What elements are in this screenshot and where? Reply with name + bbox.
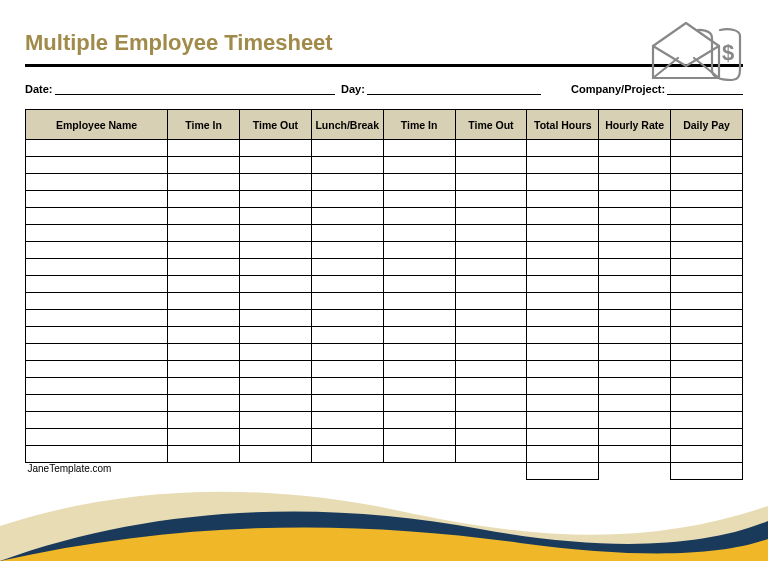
cell[interactable]	[455, 412, 527, 429]
cell[interactable]	[671, 327, 743, 344]
cell[interactable]	[383, 259, 455, 276]
cell[interactable]	[383, 344, 455, 361]
cell[interactable]	[26, 174, 168, 191]
cell[interactable]	[527, 429, 599, 446]
cell[interactable]	[26, 378, 168, 395]
cell[interactable]	[527, 361, 599, 378]
cell[interactable]	[239, 344, 311, 361]
cell[interactable]	[26, 446, 168, 463]
cell[interactable]	[455, 446, 527, 463]
cell[interactable]	[239, 446, 311, 463]
cell[interactable]	[311, 259, 383, 276]
cell[interactable]	[168, 140, 240, 157]
cell[interactable]	[599, 191, 671, 208]
cell[interactable]	[671, 395, 743, 412]
cell[interactable]	[239, 293, 311, 310]
cell[interactable]	[239, 395, 311, 412]
cell[interactable]	[168, 259, 240, 276]
cell[interactable]	[311, 276, 383, 293]
cell[interactable]	[455, 361, 527, 378]
cell[interactable]	[671, 293, 743, 310]
cell[interactable]	[527, 327, 599, 344]
cell[interactable]	[527, 157, 599, 174]
cell[interactable]	[168, 429, 240, 446]
cell[interactable]	[168, 310, 240, 327]
cell[interactable]	[599, 395, 671, 412]
cell[interactable]	[383, 293, 455, 310]
cell[interactable]	[671, 140, 743, 157]
cell[interactable]	[383, 225, 455, 242]
cell[interactable]	[168, 293, 240, 310]
cell[interactable]	[527, 310, 599, 327]
cell[interactable]	[168, 378, 240, 395]
cell[interactable]	[26, 157, 168, 174]
cell[interactable]	[527, 208, 599, 225]
cell[interactable]	[599, 293, 671, 310]
cell[interactable]	[527, 344, 599, 361]
cell[interactable]	[239, 140, 311, 157]
cell[interactable]	[671, 412, 743, 429]
cell[interactable]	[599, 378, 671, 395]
cell[interactable]	[455, 208, 527, 225]
cell[interactable]	[527, 191, 599, 208]
cell[interactable]	[599, 174, 671, 191]
cell[interactable]	[599, 157, 671, 174]
cell[interactable]	[383, 157, 455, 174]
day-field[interactable]	[367, 81, 541, 95]
cell[interactable]	[455, 225, 527, 242]
cell[interactable]	[671, 378, 743, 395]
cell[interactable]	[599, 208, 671, 225]
cell[interactable]	[527, 412, 599, 429]
cell[interactable]	[168, 157, 240, 174]
cell[interactable]	[311, 157, 383, 174]
cell[interactable]	[26, 395, 168, 412]
cell[interactable]	[383, 191, 455, 208]
cell[interactable]	[671, 174, 743, 191]
cell[interactable]	[455, 140, 527, 157]
cell[interactable]	[311, 293, 383, 310]
cell[interactable]	[599, 344, 671, 361]
cell[interactable]	[455, 157, 527, 174]
cell[interactable]	[168, 225, 240, 242]
cell[interactable]	[168, 276, 240, 293]
date-field[interactable]	[55, 81, 335, 95]
cell[interactable]	[671, 446, 743, 463]
cell[interactable]	[26, 310, 168, 327]
cell[interactable]	[599, 225, 671, 242]
cell[interactable]	[26, 412, 168, 429]
cell[interactable]	[168, 174, 240, 191]
cell[interactable]	[671, 208, 743, 225]
cell[interactable]	[239, 242, 311, 259]
cell[interactable]	[455, 191, 527, 208]
cell[interactable]	[671, 361, 743, 378]
cell[interactable]	[26, 361, 168, 378]
cell[interactable]	[527, 395, 599, 412]
cell[interactable]	[311, 395, 383, 412]
cell[interactable]	[239, 191, 311, 208]
cell[interactable]	[26, 327, 168, 344]
cell[interactable]	[599, 276, 671, 293]
cell[interactable]	[383, 378, 455, 395]
cell[interactable]	[311, 140, 383, 157]
cell[interactable]	[383, 242, 455, 259]
cell[interactable]	[455, 293, 527, 310]
cell[interactable]	[311, 242, 383, 259]
cell[interactable]	[527, 446, 599, 463]
cell[interactable]	[26, 276, 168, 293]
cell[interactable]	[455, 259, 527, 276]
cell[interactable]	[527, 225, 599, 242]
cell[interactable]	[168, 395, 240, 412]
cell[interactable]	[599, 412, 671, 429]
cell[interactable]	[455, 344, 527, 361]
cell[interactable]	[383, 395, 455, 412]
cell[interactable]	[26, 242, 168, 259]
cell[interactable]	[671, 225, 743, 242]
cell[interactable]	[455, 395, 527, 412]
cell[interactable]	[311, 174, 383, 191]
cell[interactable]	[26, 259, 168, 276]
cell[interactable]	[239, 412, 311, 429]
cell[interactable]	[168, 208, 240, 225]
cell[interactable]	[383, 446, 455, 463]
cell[interactable]	[311, 446, 383, 463]
cell[interactable]	[599, 259, 671, 276]
